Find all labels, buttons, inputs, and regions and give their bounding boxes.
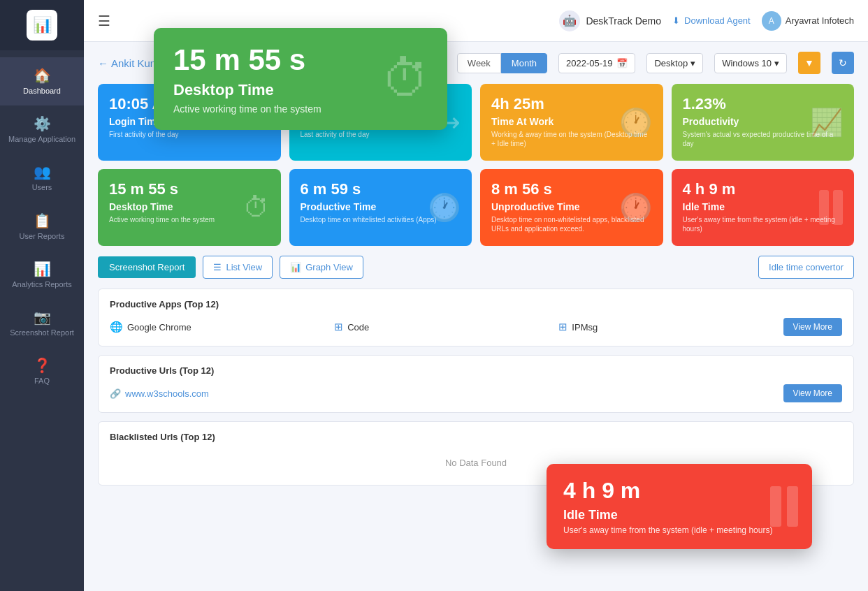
sidebar-item-label: Screenshot Report (10, 328, 74, 337)
tab-month[interactable]: Month (501, 53, 547, 73)
sidebar-item-users[interactable]: 👥 Users (0, 154, 84, 202)
stat-card-productive-time: 6 m 59 s Productive Time Desktop time on… (289, 169, 472, 246)
productive-urls-title: Productive Urls (Top 12) (110, 365, 842, 376)
stat-desc: Last activity of the day (301, 130, 461, 139)
view-more-apps-button[interactable]: View More (783, 318, 842, 336)
floating-title: Idle Time (563, 508, 795, 523)
app-name: IPMsg (572, 322, 598, 333)
hamburger-menu[interactable]: ☰ (98, 13, 110, 29)
floating-pause-icon (770, 486, 798, 527)
brand-icon: 🤖 (559, 10, 580, 31)
sidebar-item-faq[interactable]: ❓ FAQ (0, 347, 84, 395)
ipmsg-icon: ⊞ (558, 321, 567, 333)
clock-icon: 🕐 (619, 107, 652, 138)
analytics-icon: 📊 (34, 261, 51, 277)
faq-icon: ❓ (34, 357, 51, 374)
stat-card-time-at-work: 4h 25m Time At Work Working & away time … (480, 84, 663, 161)
filter-icon: ▼ (804, 57, 814, 68)
list-icon: ☰ (213, 262, 222, 272)
sidebar-item-label: Manage Application (8, 135, 75, 144)
blacklisted-urls-title: Blacklisted Urls (Top 12) (110, 432, 842, 442)
sidebar-item-label: FAQ (34, 377, 50, 386)
trend-icon: 📈 (810, 107, 843, 138)
floating-desc: User's away time from the system (idle +… (563, 525, 795, 535)
view-more-urls-button[interactable]: View More (783, 384, 842, 402)
brand-name: 🤖 DeskTrack Demo (559, 10, 661, 31)
link-icon: 🔗 (110, 388, 121, 399)
sidebar-item-label: Dashboard (23, 87, 61, 96)
sidebar-item-manage-application[interactable]: ⚙️ Manage Application (0, 105, 84, 154)
list-item: 🌐 Google Chrome (110, 321, 334, 333)
list-item: ⊞ IPMsg (558, 321, 783, 333)
chrome-icon: 🌐 (110, 321, 123, 333)
sidebar-item-screenshot-report[interactable]: 📷 Screenshot Report (0, 299, 84, 347)
date-picker[interactable]: 2022-05-19 📅 (558, 53, 636, 73)
stat-desc: First activity of the day (109, 130, 270, 139)
manage-app-icon: ⚙️ (34, 115, 51, 132)
stat-card-desktop-time: 15 m 55 s Desktop Time Active working ti… (98, 169, 281, 246)
download-icon: ⬇ (672, 15, 680, 26)
refresh-button[interactable]: ↻ (832, 52, 854, 74)
sidebar-logo: 📊 (0, 0, 84, 50)
sidebar-item-user-reports[interactable]: 📋 User Reports (0, 203, 84, 251)
chevron-down-icon: ▾ (774, 58, 779, 68)
stat-card-unproductive-time: 8 m 56 s Unproductive Time Desktop time … (480, 169, 663, 246)
clock2-icon: 🕐 (428, 192, 461, 223)
sidebar-item-label: User Reports (20, 232, 65, 241)
sidebar: 📊 🏠 Dashboard ⚙️ Manage Application 👥 Us… (0, 0, 84, 591)
avatar: A (762, 11, 781, 31)
chevron-down-icon: ▾ (690, 58, 695, 68)
user-menu[interactable]: A Aryavrat Infotech (762, 11, 854, 31)
screenshot-report-button[interactable]: Screenshot Report (98, 256, 196, 278)
apps-row: 🌐 Google Chrome ⊞ Code ⊞ IPMsg View More (110, 318, 842, 336)
dashboard-icon: 🏠 (34, 67, 51, 84)
productive-urls-section: Productive Urls (Top 12) 🔗 www.w3schools… (98, 355, 854, 413)
productive-apps-section: Productive Apps (Top 12) 🌐 Google Chrome… (98, 289, 854, 346)
urls-row: 🔗 www.w3schools.com View More (110, 384, 842, 402)
list-item: ⊞ Code (334, 321, 558, 333)
graph-icon: 📊 (290, 262, 301, 272)
users-icon: 👥 (34, 163, 51, 180)
clock3-icon: 🕐 (619, 192, 652, 223)
app-logo-icon: 📊 (27, 10, 57, 41)
idle-converter-button[interactable]: Idle time convertor (758, 256, 854, 279)
code-icon: ⊞ (334, 321, 343, 333)
timer-icon: ⏱ (243, 193, 270, 223)
floating-speedometer-icon: ⏱ (382, 51, 431, 107)
list-view-button[interactable]: ☰ List View (203, 256, 273, 279)
refresh-icon: ↻ (839, 57, 847, 68)
floating-desktop-time-card: 15 m 55 s Desktop Time Active working ti… (154, 28, 447, 130)
sidebar-item-label: Users (32, 183, 52, 192)
sidebar-item-label: Analytics Reports (12, 280, 72, 289)
floating-value: 4 h 9 m (563, 478, 795, 504)
sidebar-item-dashboard[interactable]: 🏠 Dashboard (0, 57, 84, 105)
list-item: 🔗 www.w3schools.com (110, 388, 209, 399)
app-name: Google Chrome (127, 322, 191, 333)
download-agent-button[interactable]: ⬇ Download Agent (672, 15, 751, 26)
os-select[interactable]: Windows 10 ▾ (714, 53, 787, 73)
graph-view-button[interactable]: 📊 Graph View (280, 256, 363, 279)
floating-idle-time-card: 4 h 9 m Idle Time User's away time from … (547, 464, 812, 549)
calendar-icon: 📅 (616, 58, 628, 68)
actions-row: Screenshot Report ☰ List View 📊 Graph Vi… (98, 256, 854, 279)
stat-card-productivity: 1.23% Productivity System's actual vs ex… (672, 84, 855, 161)
screenshot-icon: 📷 (34, 309, 51, 326)
filter-button[interactable]: ▼ (798, 52, 820, 74)
tab-week[interactable]: Week (457, 53, 501, 73)
sidebar-nav: 🏠 Dashboard ⚙️ Manage Application 👥 User… (0, 50, 84, 591)
productive-apps-title: Productive Apps (Top 12) (110, 299, 842, 309)
pause-icon (819, 190, 843, 225)
user-reports-icon: 📋 (34, 212, 51, 229)
url-name: www.w3schools.com (125, 388, 209, 399)
stat-card-idle-time: 4 h 9 m Idle Time User's away time from … (672, 169, 855, 246)
sidebar-item-analytics-reports[interactable]: 📊 Analytics Reports (0, 251, 84, 299)
device-select[interactable]: Desktop ▾ (646, 53, 703, 73)
filter-tabs: Week Month (457, 53, 547, 73)
app-name: Code (347, 322, 369, 333)
